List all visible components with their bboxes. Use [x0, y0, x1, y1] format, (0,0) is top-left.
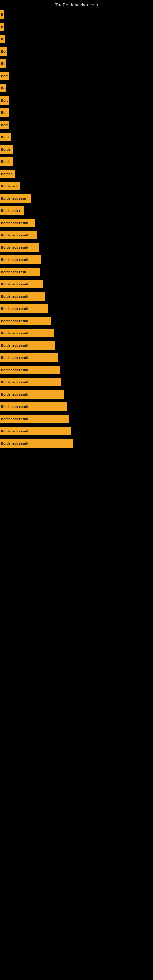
bar-22: Bottleneck result: [0, 280, 43, 288]
bar-row: Bottleneck result: [0, 425, 153, 438]
bar-27: Bottleneck result: [0, 341, 55, 350]
bar-label-23: Bottleneck result: [1, 294, 28, 298]
bar-row: Bottleneck: [0, 180, 153, 192]
bar-label-30: Bottleneck result: [1, 380, 28, 384]
bar-row: Bott: [0, 94, 153, 107]
bar-row: Bott: [0, 70, 153, 82]
bar-label-4: Bo: [1, 62, 5, 65]
bar-12: Bottle: [0, 158, 13, 166]
bar-label-2: B: [1, 37, 3, 41]
bar-14: Bottleneck: [0, 182, 20, 191]
bar-row: Bo: [0, 57, 153, 70]
bar-row: Bottleneck result: [0, 352, 153, 364]
bar-row: Bottleneck result: [0, 388, 153, 401]
bar-label-5: Bott: [1, 74, 8, 78]
bar-6: Bo: [0, 84, 6, 92]
bar-label-6: Bo: [1, 86, 5, 90]
bar-label-17: Bottleneck result: [1, 221, 28, 225]
bar-row: B: [0, 9, 153, 21]
bar-row: Bottleneck r: [0, 205, 153, 217]
bar-label-35: Bottleneck result: [1, 442, 28, 445]
bar-32: Bottleneck result: [0, 402, 67, 411]
bar-row: Bottleneck result: [0, 438, 153, 450]
bar-row: Bottle: [0, 143, 153, 156]
bar-row: Bottleneck result: [0, 315, 153, 327]
bar-label-26: Bottleneck result: [1, 331, 28, 335]
bar-label-27: Bottleneck result: [1, 344, 28, 347]
bar-11: Bottle: [0, 145, 13, 154]
bar-9: Bott: [0, 121, 9, 129]
bar-row: Bottleneck result: [0, 327, 153, 339]
bar-8: Bott: [0, 108, 9, 117]
bar-label-10: Bottl: [1, 135, 9, 139]
bar-row: B: [0, 21, 153, 33]
bar-row: Bottleneck result: [0, 229, 153, 241]
site-title: TheBottlenecker.com: [0, 0, 153, 9]
bar-label-12: Bottle: [1, 160, 10, 164]
bar-label-20: Bottleneck result: [1, 258, 28, 261]
bar-19: Bottleneck result: [0, 243, 39, 252]
bar-label-7: Bott: [1, 99, 8, 102]
bar-2: B: [0, 35, 5, 43]
bar-label-3: Bot: [1, 49, 6, 53]
bar-label-33: Bottleneck result: [1, 417, 28, 421]
bar-13: Bottlen: [0, 170, 15, 178]
bar-26: Bottleneck result: [0, 329, 54, 337]
bar-label-8: Bott: [1, 111, 8, 115]
bar-29: Bottleneck result: [0, 366, 60, 374]
bar-row: Bot: [0, 45, 153, 57]
bar-4: Bo: [0, 59, 6, 68]
bar-17: Bottleneck result: [0, 219, 35, 227]
bar-label-22: Bottleneck result: [1, 282, 28, 286]
bar-row: Bottl: [0, 131, 153, 143]
bar-label-18: Bottleneck result: [1, 233, 28, 237]
bar-row: Bottleneck result: [0, 241, 153, 254]
bar-15: Bottleneck resu: [0, 194, 30, 203]
bar-label-16: Bottleneck r: [1, 209, 21, 213]
bar-row: Bott: [0, 107, 153, 119]
bar-label-0: B: [1, 13, 3, 16]
bar-row: Bottleneck resu: [0, 266, 153, 278]
bar-label-21: Bottleneck resu: [1, 270, 26, 274]
bar-label-13: Bottlen: [1, 172, 13, 176]
bar-34: Bottleneck result: [0, 427, 71, 436]
bar-row: Bottleneck result: [0, 278, 153, 290]
bar-row: Bottlen: [0, 168, 153, 180]
bar-1: B: [0, 23, 4, 31]
bar-row: B: [0, 33, 153, 45]
bar-30: Bottleneck result: [0, 378, 61, 387]
bar-0: B: [0, 10, 4, 19]
bar-24: Bottleneck result: [0, 304, 48, 313]
bar-row: Bottleneck result: [0, 413, 153, 425]
bar-row: Bottle: [0, 156, 153, 168]
bar-label-9: Bott: [1, 123, 8, 127]
bar-row: Bottleneck resu: [0, 192, 153, 205]
bar-18: Bottleneck result: [0, 231, 37, 240]
bar-35: Bottleneck result: [0, 439, 73, 448]
bar-31: Bottleneck result: [0, 390, 64, 399]
bar-row: Bottleneck result: [0, 290, 153, 302]
bar-33: Bottleneck result: [0, 415, 69, 423]
bar-row: Bottleneck result: [0, 376, 153, 388]
bar-row: Bottleneck result: [0, 302, 153, 315]
bar-5: Bott: [0, 72, 9, 80]
bar-7: Bott: [0, 96, 9, 105]
bar-row: Bottleneck result: [0, 339, 153, 352]
bars-container: BBBBotBoBottBoBottBottBottBottlBottleBot…: [0, 9, 153, 450]
bar-10: Bottl: [0, 133, 11, 142]
bar-28: Bottleneck result: [0, 353, 57, 362]
bar-25: Bottleneck result: [0, 317, 51, 325]
bar-23: Bottleneck result: [0, 292, 45, 301]
bar-21: Bottleneck resu: [0, 268, 40, 276]
bar-label-28: Bottleneck result: [1, 356, 28, 360]
bar-label-34: Bottleneck result: [1, 430, 28, 433]
bar-label-24: Bottleneck result: [1, 307, 28, 310]
bar-row: Bott: [0, 119, 153, 131]
bar-label-32: Bottleneck result: [1, 405, 28, 409]
bar-label-29: Bottleneck result: [1, 368, 28, 372]
bar-row: Bottleneck result: [0, 364, 153, 376]
bar-label-15: Bottleneck resu: [1, 197, 26, 200]
bar-label-25: Bottleneck result: [1, 319, 28, 323]
bar-3: Bot: [0, 47, 7, 56]
bar-label-14: Bottleneck: [1, 185, 18, 188]
